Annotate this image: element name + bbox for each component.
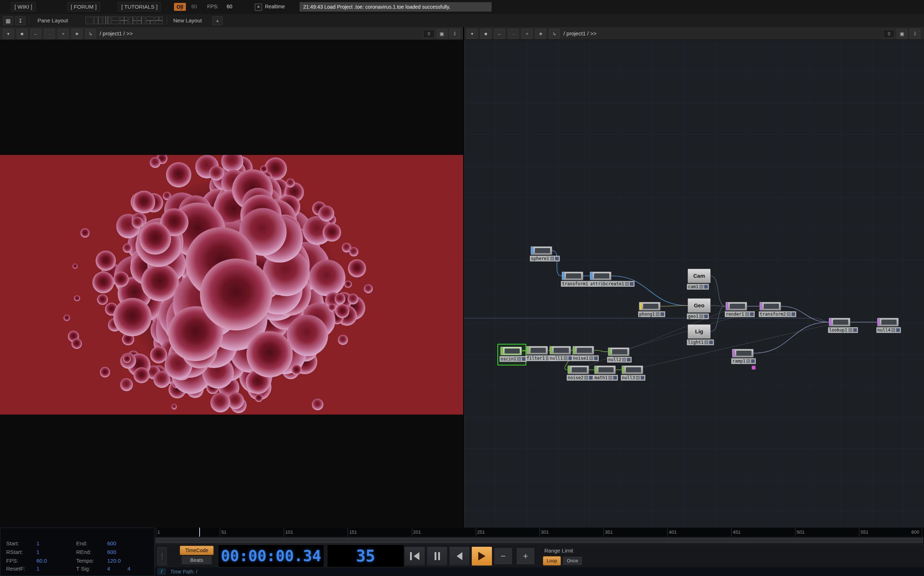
forward-icon[interactable]: → <box>508 29 519 38</box>
node-noise2[interactable] <box>567 365 589 374</box>
node-lookup1[interactable] <box>829 318 851 326</box>
pane-zoom-field[interactable]: 0 <box>883 30 895 38</box>
collapse-icon[interactable]: ⇩ <box>910 29 921 38</box>
node-render1[interactable] <box>726 302 747 310</box>
node-transform2[interactable] <box>760 302 781 310</box>
step-forward-button[interactable]: + <box>516 547 535 565</box>
pane-menu-icon[interactable]: ▾ <box>3 29 14 38</box>
node-null4[interactable] <box>877 318 899 326</box>
node-display-flag[interactable] <box>627 358 630 362</box>
maximize-icon[interactable]: ▣ <box>436 29 447 38</box>
start-value[interactable]: 1 <box>37 540 39 546</box>
back-icon[interactable]: ← <box>494 29 505 38</box>
maximize-icon[interactable]: ▣ <box>897 29 907 38</box>
node-viewer-flag[interactable] <box>656 312 659 316</box>
pane-layout-preset-2[interactable] <box>94 17 102 24</box>
pane-zoom-field[interactable]: 0 <box>423 30 434 38</box>
add-layout-button[interactable]: + <box>212 16 223 25</box>
node-viewer-flag[interactable] <box>584 376 588 379</box>
node-sphere1[interactable] <box>531 246 552 255</box>
stop-icon[interactable]: ■ <box>17 29 27 38</box>
node-display-flag[interactable] <box>792 312 795 316</box>
step-back-button[interactable]: − <box>494 547 512 565</box>
back-icon[interactable]: ← <box>30 29 41 38</box>
node-viewer-flag[interactable] <box>622 358 626 362</box>
play-reverse-button[interactable] <box>449 546 470 566</box>
tsig-value-b[interactable]: 4 <box>128 566 130 572</box>
once-button[interactable]: Once <box>562 556 582 566</box>
node-viewer-flag[interactable] <box>699 285 703 288</box>
pause-button[interactable] <box>427 546 448 566</box>
stop-icon[interactable]: ■ <box>480 29 491 38</box>
node-ramp1[interactable] <box>732 349 754 357</box>
node-display-flag[interactable] <box>594 357 598 360</box>
node-transform1[interactable] <box>562 272 583 280</box>
pane-layout-preset-7[interactable] <box>137 17 145 24</box>
play-button[interactable] <box>471 546 492 566</box>
node-viewer-flag[interactable] <box>564 357 567 360</box>
node-display-flag[interactable] <box>641 376 644 379</box>
node-viewer-flag[interactable] <box>551 257 554 260</box>
pane-layout-preset-8[interactable] <box>146 17 154 24</box>
playhead[interactable] <box>199 528 200 537</box>
node-viewer-flag[interactable] <box>745 312 749 316</box>
node-phong1[interactable] <box>639 302 661 310</box>
tutorials-button[interactable]: [ TUTORIALS ] <box>118 2 161 11</box>
wiki-button[interactable]: [ WIKI ] <box>11 2 36 11</box>
node-display-flag[interactable] <box>589 376 593 379</box>
tsig-value-a[interactable]: 4 <box>107 566 110 572</box>
node-display-flag[interactable] <box>630 282 634 286</box>
node-viewer-flag[interactable] <box>892 328 895 332</box>
jump-icon[interactable]: ↳ <box>85 29 96 38</box>
import-icon[interactable]: ↧ <box>15 16 26 25</box>
node-null3[interactable] <box>622 365 643 374</box>
pane-layout-preset-6[interactable] <box>129 17 137 24</box>
resetf-value[interactable]: 1 <box>37 566 39 572</box>
beats-mode-button[interactable]: Beats <box>181 555 212 565</box>
add-icon[interactable]: + <box>58 29 69 38</box>
node-viewer-flag[interactable] <box>517 357 521 361</box>
node-viewer-flag[interactable] <box>625 282 629 286</box>
pane-path[interactable]: / project1 / >> <box>100 30 133 37</box>
node-extra-flag[interactable] <box>752 365 756 370</box>
jump-icon[interactable]: ↳ <box>549 29 560 38</box>
node-viewer-flag[interactable] <box>747 359 750 363</box>
node-cam1[interactable]: Cam <box>688 269 711 283</box>
node-attribcreate1[interactable] <box>590 272 611 280</box>
pane-path[interactable]: / project1 / >> <box>563 30 597 37</box>
node-display-flag[interactable] <box>751 359 755 363</box>
viewer-icon[interactable]: ▦ <box>3 16 13 25</box>
node-display-flag[interactable] <box>896 328 900 332</box>
timeline-ruler[interactable]: 151101151201251301351401451501551600 <box>155 528 924 537</box>
pane-menu-icon[interactable]: ▾ <box>467 29 477 38</box>
bookmark-icon[interactable]: ★ <box>72 29 82 38</box>
node-viewer-flag[interactable] <box>787 312 790 316</box>
node-viewer-flag[interactable] <box>608 376 612 379</box>
node-display-flag[interactable] <box>555 257 559 260</box>
node-filter1[interactable] <box>526 346 548 355</box>
node-null1[interactable] <box>549 346 571 355</box>
node-display-flag[interactable] <box>750 312 754 316</box>
pane-layout-preset-3[interactable] <box>103 17 111 24</box>
realtime-checkbox[interactable]: × <box>255 3 262 11</box>
range-handle[interactable] <box>156 538 923 543</box>
node-math1[interactable] <box>594 365 616 374</box>
node-geo1[interactable]: Geo <box>688 298 711 313</box>
node-display-flag[interactable] <box>853 328 857 332</box>
node-viewer-flag[interactable] <box>589 357 593 360</box>
tempo-value[interactable]: 120.0 <box>107 558 121 564</box>
node-display-flag[interactable] <box>704 285 708 288</box>
forum-button[interactable]: [ FORUM ] <box>67 2 101 11</box>
rend-value[interactable]: 600 <box>107 549 116 555</box>
node-null2[interactable] <box>608 347 629 356</box>
rstart-value[interactable]: 1 <box>37 549 39 555</box>
oi-toggle[interactable]: O|I <box>174 3 186 11</box>
node-display-flag[interactable] <box>709 341 713 344</box>
transport-handle[interactable]: ⋮ <box>157 547 167 565</box>
node-viewer-flag[interactable] <box>705 341 708 344</box>
node-oscin1[interactable] <box>500 347 522 355</box>
node-display-flag[interactable] <box>522 357 525 361</box>
pane-layout-preset-1[interactable] <box>86 17 94 24</box>
node-viewer-flag[interactable] <box>849 328 852 332</box>
bookmark-icon[interactable]: ★ <box>535 29 546 38</box>
